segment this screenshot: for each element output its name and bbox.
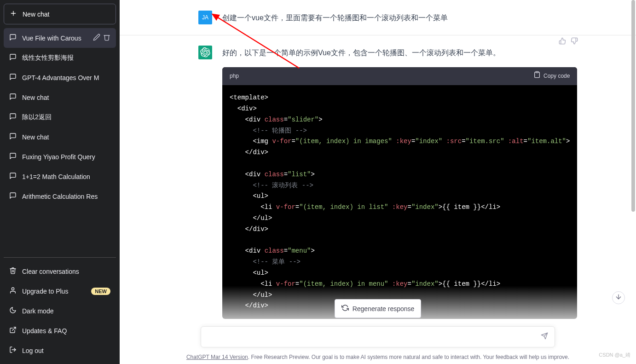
sidebar-chat-item[interactable]: New chat <box>4 127 116 147</box>
logout-icon <box>9 346 17 355</box>
plus-icon <box>10 10 17 18</box>
sidebar-chat-item[interactable]: Fuxing Yiyao Profit Query <box>4 147 116 167</box>
assistant-content: 好的，以下是一个简单的示例Vue文件，包含一个轮播图、一个滚动列表和一个菜单。 … <box>222 46 577 319</box>
openai-logo-icon <box>200 47 210 58</box>
regenerate-label: Regenerate response <box>353 305 415 312</box>
svg-rect-5 <box>536 71 538 73</box>
assistant-text: 好的，以下是一个简单的示例Vue文件，包含一个轮播图、一个滚动列表和一个菜单。 <box>222 46 577 60</box>
send-button[interactable] <box>541 332 548 341</box>
clear-label: Clear conversations <box>22 268 79 275</box>
chat-label: New chat <box>22 133 110 141</box>
copy-label: Copy code <box>543 71 570 81</box>
sidebar-chat-item[interactable]: 线性女性剪影海报 <box>4 48 116 68</box>
svg-line-3 <box>12 327 16 330</box>
arrow-down-icon <box>615 293 622 302</box>
code-body: <template> <div> <div class="slider"> <!… <box>222 85 577 319</box>
thumbs-down-icon[interactable] <box>571 37 578 46</box>
watermark: CSDN @a_靖 <box>599 352 630 358</box>
main-pane: JA 创建一个vue文件，里面需要有一个轮播图和一个滚动列表和一个菜单 好的，以… <box>120 0 636 364</box>
external-link-icon <box>9 326 17 335</box>
new-chat-button[interactable]: New chat <box>4 4 116 24</box>
scroll-down-button[interactable] <box>612 291 625 304</box>
edit-icon[interactable] <box>93 34 100 42</box>
message-icon <box>9 113 17 121</box>
user-avatar: JA <box>198 11 212 24</box>
scrollbar-track[interactable] <box>630 0 636 364</box>
message-icon <box>9 133 17 141</box>
message-icon <box>9 192 17 201</box>
divider <box>4 257 116 258</box>
trash-icon <box>9 267 17 276</box>
chat-label: Vue File with Carous <box>22 35 87 42</box>
sidebar-footer: Clear conversations Upgrade to Plus NEW … <box>4 261 116 360</box>
sidebar-chat-item[interactable]: Vue File with Carous <box>4 28 116 48</box>
faq-label: Updates & FAQ <box>22 327 67 335</box>
clear-conversations-button[interactable]: Clear conversations <box>4 261 116 281</box>
sidebar: New chat Vue File with Carous线性女性剪影海报GPT… <box>0 0 120 364</box>
dark-label: Dark mode <box>22 307 53 315</box>
sidebar-chat-item[interactable]: New chat <box>4 87 116 107</box>
chat-label: 线性女性剪影海报 <box>22 54 110 62</box>
refresh-icon <box>341 304 349 313</box>
sidebar-chat-item[interactable]: GPT-4 Advantages Over M <box>4 68 116 87</box>
assistant-avatar <box>198 46 212 59</box>
chat-list: Vue File with Carous线性女性剪影海报GPT-4 Advant… <box>4 28 116 254</box>
sidebar-chat-item[interactable]: 除以2返回 <box>4 107 116 127</box>
copy-code-button[interactable]: Copy code <box>533 71 570 82</box>
message-icon <box>9 34 17 42</box>
chat-label: 除以2返回 <box>22 113 110 121</box>
message-input[interactable] <box>208 333 541 341</box>
scrollbar-thumb[interactable] <box>631 0 635 212</box>
sidebar-chat-item[interactable]: Arithmetic Calculation Res <box>4 186 116 206</box>
svg-point-2 <box>12 288 14 290</box>
footer-text: ChatGPT Mar 14 Version. Free Research Pr… <box>120 354 636 360</box>
code-header: php Copy code <box>222 67 577 86</box>
moon-icon <box>9 306 17 315</box>
chat-label: GPT-4 Advantages Over M <box>22 74 110 81</box>
logout-label: Log out <box>22 347 44 354</box>
send-icon <box>541 332 548 340</box>
message-icon <box>9 93 17 102</box>
regenerate-button[interactable]: Regenerate response <box>335 299 422 318</box>
logout-button[interactable]: Log out <box>4 341 116 360</box>
chat-label: 1+1=2 Math Calculation <box>22 173 110 180</box>
delete-icon[interactable] <box>103 34 110 42</box>
message-input-box <box>201 326 555 347</box>
faq-button[interactable]: Updates & FAQ <box>4 321 116 341</box>
chat-label: Fuxing Yiyao Profit Query <box>22 153 110 161</box>
user-icon <box>9 287 17 295</box>
user-message: JA 创建一个vue文件，里面需要有一个轮播图和一个滚动列表和一个菜单 <box>198 7 557 35</box>
code-block: php Copy code <template> <div> <div clas… <box>222 67 577 319</box>
code-lang: php <box>230 71 239 81</box>
dark-mode-button[interactable]: Dark mode <box>4 301 116 321</box>
upgrade-button[interactable]: Upgrade to Plus NEW <box>4 281 116 301</box>
chat-label: Arithmetic Calculation Res <box>22 193 110 200</box>
thumbs-up-icon[interactable] <box>559 37 566 46</box>
assistant-message: 好的，以下是一个简单的示例Vue文件，包含一个轮播图、一个滚动列表和一个菜单。 … <box>198 35 557 329</box>
message-icon <box>9 152 17 161</box>
message-icon <box>9 172 17 181</box>
new-chat-label: New chat <box>23 11 49 18</box>
chat-label: New chat <box>22 94 110 101</box>
user-text: 创建一个vue文件，里面需要有一个轮播图和一个滚动列表和一个菜单 <box>222 11 557 25</box>
new-badge: NEW <box>91 288 110 295</box>
footer-rest: . Free Research Preview. Our goal is to … <box>248 354 569 360</box>
message-icon <box>9 73 17 82</box>
version-link[interactable]: ChatGPT Mar 14 Version <box>186 354 248 360</box>
clipboard-icon <box>533 71 541 82</box>
message-actions <box>559 37 578 46</box>
message-icon <box>9 53 17 62</box>
upgrade-label: Upgrade to Plus <box>22 288 68 295</box>
sidebar-chat-item[interactable]: 1+1=2 Math Calculation <box>4 167 116 186</box>
